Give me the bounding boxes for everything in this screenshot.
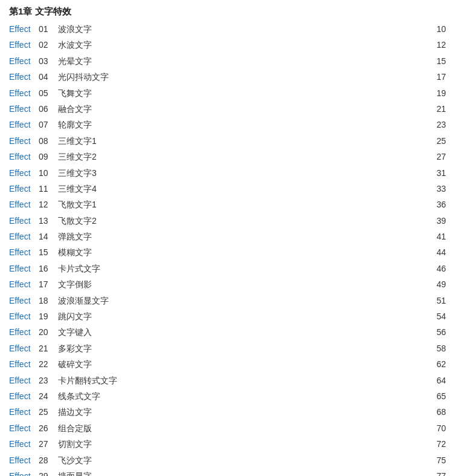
effect-number: 14 [39, 230, 57, 243]
effect-page: 21 [434, 102, 446, 116]
effect-name: 三维文字1 [58, 134, 429, 148]
list-item: Effect 20 文字键入 56 [9, 324, 446, 340]
effect-name: 飞沙文字 [58, 454, 429, 467]
effect-name: 波浪渐显文字 [58, 294, 429, 307]
effect-label: Effect [9, 310, 36, 323]
effect-number: 01 [39, 22, 57, 36]
effect-name: 飞散文字2 [58, 214, 429, 227]
list-item: Effect 22 破碎文字 62 [9, 356, 446, 372]
effect-name: 弹跳文字 [58, 230, 429, 243]
effect-label: Effect [9, 38, 36, 51]
effect-name: 三维文字4 [58, 182, 429, 195]
effect-name: 飞散文字1 [58, 198, 429, 211]
effect-number: 03 [39, 54, 57, 68]
effect-label: Effect [9, 278, 36, 291]
effect-name: 跳闪文字 [58, 310, 429, 323]
effect-label: Effect [9, 390, 36, 403]
effect-name: 模糊文字 [58, 246, 429, 259]
effect-page: 68 [434, 405, 446, 419]
list-item: Effect 18 波浪渐显文字 51 [9, 293, 446, 308]
effect-name: 飞舞文字 [58, 86, 429, 100]
effect-label: Effect [9, 22, 36, 36]
effect-name: 破碎文字 [58, 357, 429, 371]
effect-number: 12 [39, 198, 57, 211]
effect-number: 13 [39, 214, 57, 227]
effect-label: Effect [9, 214, 36, 227]
effect-label: Effect [9, 469, 36, 476]
effect-page: 70 [434, 422, 446, 435]
effect-name: 描边文字 [58, 405, 429, 419]
list-item: Effect 02 水波文字 12 [9, 37, 446, 53]
list-item: Effect 16 卡片式文字 46 [9, 261, 446, 276]
effect-page: 23 [434, 118, 446, 131]
effect-page: 31 [434, 166, 446, 180]
effect-page: 12 [434, 38, 446, 51]
effect-number: 23 [39, 374, 57, 387]
effect-list: Effect 01 波浪文字 10 Effect 02 水波文字 12 Effe… [9, 21, 446, 476]
effect-number: 04 [39, 70, 57, 83]
effect-label: Effect [9, 262, 36, 275]
effect-page: 25 [434, 134, 446, 148]
effect-page: 62 [434, 357, 446, 371]
effect-label: Effect [9, 166, 36, 180]
effect-number: 22 [39, 357, 57, 371]
effect-page: 36 [434, 198, 446, 211]
effect-label: Effect [9, 454, 36, 467]
effect-page: 77 [434, 469, 446, 476]
effect-page: 27 [434, 150, 446, 163]
effect-label: Effect [9, 134, 36, 148]
list-item: Effect 24 线条式文字 65 [9, 388, 446, 404]
list-item: Effect 13 飞散文字2 39 [9, 213, 446, 229]
effect-number: 27 [39, 437, 57, 451]
effect-page: 64 [434, 374, 446, 387]
effect-name: 墙面显字 [58, 469, 429, 476]
effect-page: 39 [434, 214, 446, 227]
effect-page: 49 [434, 278, 446, 291]
effect-number: 20 [39, 325, 57, 339]
effect-name: 卡片式文字 [58, 262, 429, 275]
effect-label: Effect [9, 54, 36, 68]
list-item: Effect 27 切割文字 72 [9, 436, 446, 452]
effect-name: 文字键入 [58, 325, 429, 339]
effect-number: 08 [39, 134, 57, 148]
effect-number: 24 [39, 390, 57, 403]
list-item: Effect 04 光闪抖动文字 17 [9, 69, 446, 85]
effect-label: Effect [9, 102, 36, 116]
effect-label: Effect [9, 325, 36, 339]
list-item: Effect 14 弹跳文字 41 [9, 229, 446, 244]
effect-name: 光晕文字 [58, 54, 429, 68]
list-item: Effect 03 光晕文字 15 [9, 53, 446, 69]
chapter-title: 第1章 文字特效 [9, 6, 446, 18]
list-item: Effect 08 三维文字1 25 [9, 133, 446, 149]
effect-label: Effect [9, 405, 36, 419]
main-container: 第1章 文字特效 Effect 01 波浪文字 10 Effect 02 水波文… [0, 0, 455, 476]
effect-number: 11 [39, 182, 57, 195]
effect-name: 轮廓文字 [58, 118, 429, 131]
effect-page: 51 [434, 294, 446, 307]
effect-label: Effect [9, 150, 36, 163]
list-item: Effect 10 三维文字3 31 [9, 165, 446, 181]
effect-name: 水波文字 [58, 38, 429, 51]
list-item: Effect 28 飞沙文字 75 [9, 452, 446, 468]
effect-name: 波浪文字 [58, 22, 429, 36]
effect-page: 15 [434, 54, 446, 68]
list-item: Effect 26 组合定版 70 [9, 420, 446, 436]
list-item: Effect 15 模糊文字 44 [9, 244, 446, 260]
effect-page: 54 [434, 310, 446, 323]
effect-page: 72 [434, 437, 446, 451]
list-item: Effect 09 三维文字2 27 [9, 149, 446, 165]
effect-page: 44 [434, 246, 446, 259]
effect-name: 卡片翻转式文字 [58, 374, 429, 387]
effect-page: 56 [434, 325, 446, 339]
effect-number: 15 [39, 246, 57, 259]
list-item: Effect 17 文字倒影 49 [9, 276, 446, 292]
effect-name: 多彩文字 [58, 342, 429, 355]
effect-page: 19 [434, 86, 446, 100]
list-item: Effect 25 描边文字 68 [9, 404, 446, 420]
list-item: Effect 06 融合文字 21 [9, 101, 446, 117]
effect-label: Effect [9, 86, 36, 100]
effect-name: 融合文字 [58, 102, 429, 116]
effect-number: 02 [39, 38, 57, 51]
effect-page: 33 [434, 182, 446, 195]
effect-number: 28 [39, 454, 57, 467]
